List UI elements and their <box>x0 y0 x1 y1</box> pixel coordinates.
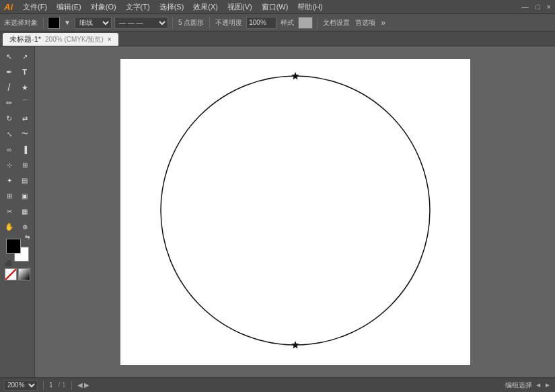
select-tool-btn[interactable]: ↖ <box>2 49 17 64</box>
tool-row-8: ⊹ ⊞ <box>2 157 33 172</box>
minimize-icon[interactable]: — <box>521 3 529 11</box>
blend-icon: ∞ <box>7 146 11 153</box>
artboard-icon: ▦ <box>22 208 28 215</box>
fg-color-swatch[interactable] <box>6 239 21 253</box>
mesh-icon: ⊞ <box>7 192 12 200</box>
menu-effect[interactable]: 效果(X) <box>191 2 220 12</box>
doc-tab-close-btn[interactable]: × <box>108 36 112 43</box>
zoom-select[interactable]: 200% 100% 50% <box>4 380 38 391</box>
pencil-tool-btn[interactable]: ✏ <box>2 95 17 110</box>
prefs-btn[interactable]: 首选项 <box>354 17 377 28</box>
brush-size-label: 5 点圆形 <box>177 17 205 28</box>
menu-view[interactable]: 视图(V) <box>225 2 254 12</box>
scale-tool-btn[interactable]: ⤡ <box>2 126 17 141</box>
selection-label: 未选择对象 <box>3 17 39 28</box>
nav-prev-btn[interactable]: ◀ <box>77 381 83 389</box>
slice-tool-btn[interactable]: ⊞ <box>17 157 32 172</box>
warp-icon: 〜 <box>22 129 28 139</box>
zoom-tool-btn[interactable]: ⊕ <box>17 219 32 234</box>
tool-row-10: ⊞ ▣ <box>2 188 33 203</box>
brush-tool-btn[interactable]: ⌒ <box>17 95 32 110</box>
title-bar: Ai 文件(F) 编辑(E) 对象(O) 文字(T) 选择(S) 效果(X) 视… <box>0 0 555 14</box>
menu-window[interactable]: 窗口(W) <box>260 2 291 12</box>
direct-select-tool-btn[interactable]: ↗ <box>17 49 32 64</box>
measure-icon: ⊹ <box>7 161 12 169</box>
paint-bucket-tool-btn[interactable]: ▤ <box>17 173 32 188</box>
divider-3 <box>209 17 210 29</box>
select-icon: ↖ <box>6 52 12 61</box>
reflect-tool-btn[interactable]: ⇄ <box>17 111 32 126</box>
anchor-top <box>291 72 299 80</box>
tool-row-1: ↖ ↗ <box>2 49 33 64</box>
hand-tool-btn[interactable]: ✋ <box>2 219 17 234</box>
scale-icon: ⤡ <box>7 130 12 138</box>
none-swatch[interactable] <box>5 268 17 280</box>
top-toolbar: 未选择对象 ▼ 细线 实线 — — — —— 5 点圆形 不透明度 样式 文档设… <box>0 14 555 32</box>
canvas-area[interactable] <box>35 46 555 377</box>
stroke-profile-select[interactable]: — — — —— <box>114 17 168 29</box>
pen-tool-btn[interactable]: ✒ <box>2 65 17 79</box>
fg-bg-swatches: ⇆ ⬛ <box>6 239 29 262</box>
tool-row-6: ⤡ 〜 <box>2 126 33 141</box>
svg-marker-1 <box>291 72 299 80</box>
doc-tab-name: 未标题-1* <box>9 34 41 44</box>
nav-controls: ◀ ▶ <box>77 381 89 389</box>
warp-tool-btn[interactable]: 〜 <box>17 126 32 141</box>
measure-tool-btn[interactable]: ⊹ <box>2 157 17 172</box>
tool-row-11: ✂ ▦ <box>2 204 33 219</box>
document-tab[interactable]: 未标题-1* 200% (CMYK/预览) × <box>3 33 118 46</box>
menu-type[interactable]: 文字(T) <box>124 2 152 12</box>
close-icon[interactable]: × <box>547 3 551 11</box>
document-tab-bar: 未标题-1* 200% (CMYK/预览) × <box>0 32 555 46</box>
scissor-tool-btn[interactable]: ✂ <box>2 204 17 219</box>
rotate-icon: ↻ <box>6 114 12 123</box>
menu-edit[interactable]: 编辑(E) <box>54 2 83 12</box>
slice-icon: ⊞ <box>22 161 28 169</box>
default-colors-icon[interactable]: ⬛ <box>5 260 12 267</box>
status-arrow-right[interactable]: ► <box>544 381 551 389</box>
stroke-style-select[interactable]: 细线 实线 <box>75 17 112 29</box>
app-logo: Ai <box>4 2 13 12</box>
direct-select-icon: ↗ <box>22 53 28 61</box>
divider-4 <box>317 17 318 29</box>
gradient-tool-btn[interactable]: ▣ <box>17 188 32 203</box>
gradient-swatch[interactable] <box>18 268 30 280</box>
stroke-color-btn[interactable] <box>48 17 60 29</box>
menu-help[interactable]: 帮助(H) <box>295 2 324 12</box>
tool-row-5: ↻ ⇄ <box>2 111 33 126</box>
extra-icon[interactable]: » <box>379 17 387 28</box>
artboard[interactable] <box>120 59 470 365</box>
main-layout: ↖ ↗ ✒ T / ★ ✏ <box>0 46 555 377</box>
menu-object[interactable]: 对象(O) <box>89 2 118 12</box>
doc-settings-btn[interactable]: 文档设置 <box>322 17 351 28</box>
opacity-input[interactable] <box>246 17 276 29</box>
none-gradient-row <box>5 268 30 280</box>
line-tool-btn[interactable]: / <box>2 80 17 95</box>
stroke-options-icon[interactable]: ▼ <box>63 18 72 27</box>
page-indicator: 1 <box>49 381 53 389</box>
blend-tool-btn[interactable]: ∞ <box>2 142 17 157</box>
rotate-tool-btn[interactable]: ↻ <box>2 111 17 126</box>
chart-tool-btn[interactable]: ▐ <box>17 142 32 157</box>
mesh-tool-btn[interactable]: ⊞ <box>2 188 17 203</box>
menu-select[interactable]: 选择(S) <box>157 2 186 12</box>
menu-file[interactable]: 文件(F) <box>21 2 49 12</box>
type-tool-btn[interactable]: T <box>17 65 32 79</box>
status-bar: 200% 100% 50% 1 / 1 ◀ ▶ 编组选择 ◄ ► <box>0 377 555 392</box>
status-text: 编组选择 <box>505 381 532 390</box>
divider-1 <box>43 17 44 29</box>
style-preview[interactable] <box>298 17 313 29</box>
gradient-icon: ▣ <box>22 192 28 200</box>
star-tool-btn[interactable]: ★ <box>17 80 32 95</box>
circle-svg <box>120 59 470 365</box>
swap-colors-icon[interactable]: ⇆ <box>25 233 30 240</box>
eyedropper-tool-btn[interactable]: ✦ <box>2 173 17 188</box>
zoom-icon: ⊕ <box>22 223 28 231</box>
artboard-tool-btn[interactable]: ▦ <box>17 204 32 219</box>
status-arrow-left[interactable]: ◄ <box>535 381 542 389</box>
maximize-icon[interactable]: □ <box>535 3 540 11</box>
svg-marker-2 <box>291 341 299 349</box>
doc-tab-mode: 200% (CMYK/预览) <box>45 35 104 44</box>
nav-next-btn[interactable]: ▶ <box>84 381 89 389</box>
star-icon: ★ <box>22 83 28 92</box>
